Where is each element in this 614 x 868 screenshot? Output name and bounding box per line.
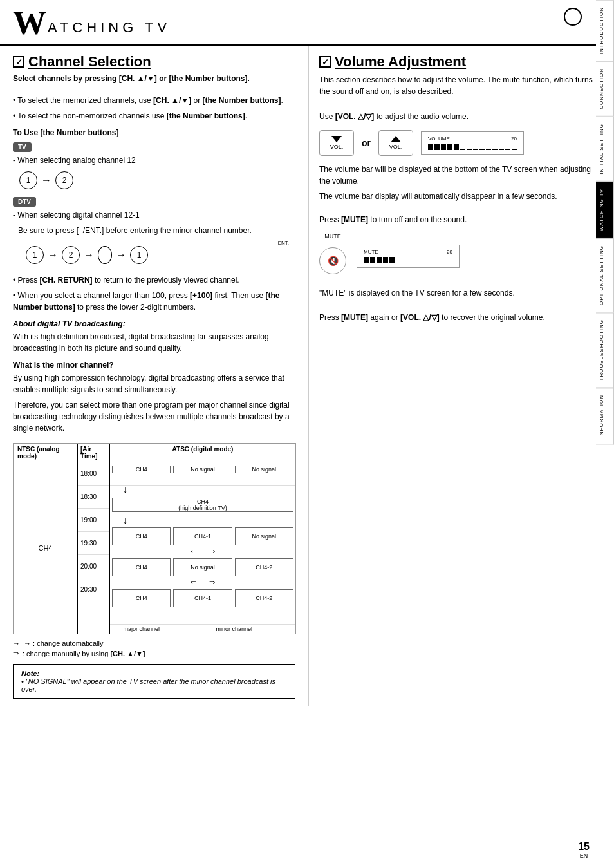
note-box: Note: • "NO SIGNAL" will appear on the T… [13, 664, 295, 699]
mute-bar-container: MUTE 20 [357, 245, 460, 268]
atsc-r1-c2: No signal [173, 466, 232, 473]
bullet-memorized: • To select the memorized channels, use … [13, 95, 295, 106]
atsc-r4: CH4 No signal CH4-2 [110, 555, 295, 578]
chart-atsc-header: ATSC (digital mode) [110, 444, 295, 462]
atsc-r2: CH4(high definition TV) [110, 493, 295, 516]
vol-checkbox-icon [319, 56, 331, 68]
bar-seg-2 [434, 144, 440, 150]
mute-btn-group: MUTE 🔇 [319, 233, 346, 279]
minor-channel-heading: What is the minor channel? [13, 361, 295, 370]
bar-seg-5 [454, 144, 459, 150]
bar-seg-12 [499, 144, 504, 150]
note-text: • "NO SIGNAL" will appear on the TV scre… [21, 677, 275, 693]
main-content: Channel Selection Select channels by pre… [0, 46, 614, 706]
mute-bar-seg-12 [434, 257, 440, 263]
atsc-r3-c3: No signal [235, 527, 293, 545]
side-tab-watching-tv[interactable]: WATCHING TV [596, 182, 614, 238]
legend-auto-text: → : change automatically [24, 639, 104, 647]
header-title: ATCHING TV [48, 19, 171, 40]
ent-label: ENT. [19, 240, 295, 246]
vol-bar-container: VOLUME 20 [421, 131, 524, 155]
mute-bar-seg-1 [364, 257, 369, 263]
digital-note: Be sure to press [–/ENT.] before enterin… [18, 225, 295, 236]
dtv-badge: DTV [13, 197, 36, 207]
bar-seg-9 [479, 144, 485, 150]
btn-2: 2 [55, 171, 73, 189]
vol-bar-volume-label: VOLUME [428, 136, 450, 142]
header-w-letter: W [13, 6, 46, 40]
plus100-bullet: • When you select a channel larger than … [13, 290, 295, 313]
btn-dash: – [98, 246, 112, 264]
side-tab-optional-setting[interactable]: OPTIONAL SETTING [596, 238, 614, 312]
chart-wrapper: NTSC (analog mode) [Air Time] ATSC (digi… [13, 443, 296, 634]
tv-badge: TV [13, 142, 32, 152]
right-column: Volume Adjustment This section describes… [309, 46, 614, 706]
analog-channel-text: - When selecting analog channel 12 [13, 155, 295, 166]
bar-seg-11 [492, 144, 498, 150]
vol-use-text: Use [VOL. △/▽] to adjust the audio volum… [319, 111, 601, 122]
page-number-area: 15 EN [578, 841, 590, 859]
atsc-r5-c3: CH4-2 [235, 589, 293, 607]
atsc-r3-c1: CH4 [112, 527, 171, 545]
air-time-2: 19:00 [78, 509, 109, 532]
air-time-4: 20:00 [78, 555, 109, 578]
mute-bar-seg-10 [422, 257, 427, 263]
page-header: W ATCHING TV [0, 0, 614, 46]
mute-press-text: Press [MUTE] to turn off and on the soun… [319, 214, 601, 225]
chart-ntsc-header: NTSC (analog mode) [14, 444, 78, 462]
digital-channel-text: - When selecting digital channel 12-1 [13, 209, 295, 221]
side-tab-connection[interactable]: CONNECTION [596, 61, 614, 117]
btn-1: 1 [19, 171, 37, 189]
chart-legend: → → : change automatically ⇒ : change ma… [13, 639, 295, 657]
vol-down-triangle [331, 136, 342, 142]
mute-bar-seg-3 [377, 257, 382, 263]
atsc-r1-c3: No signal [235, 466, 293, 473]
arrow-d2: → [84, 249, 94, 261]
arrow-d1: → [48, 249, 58, 261]
bullet-nonmemorized: • To select the non-memorized channels u… [13, 110, 295, 122]
chart-bottom-labels: major channel minor channel [110, 625, 295, 634]
side-tab-initial-setting[interactable]: INITIAL SETTING [596, 117, 614, 182]
atsc-r5-c1: CH4 [112, 589, 171, 607]
mute-bar-seg-14 [447, 257, 452, 263]
mute-bar-header: MUTE 20 [364, 249, 452, 255]
vol-bullet2: The volume bar display will automaticall… [319, 191, 601, 202]
channel-chart: NTSC (analog mode) [Air Time] ATSC (digi… [13, 443, 295, 699]
side-tab-information[interactable]: INFORMATION [596, 388, 614, 444]
legend-auto-arrow: → [13, 639, 20, 647]
mute-bar-seg-8 [409, 257, 414, 263]
arrow-d3: → [116, 249, 126, 261]
chart-air-header: [Air Time] [78, 444, 110, 462]
arrow-1: → [41, 175, 51, 186]
number-buttons-heading: To Use [the Number buttons] [13, 128, 295, 137]
chart-atsc-col: CH4 No signal No signal ↓ CH4(high defin… [110, 462, 295, 634]
btn-d1: 1 [26, 246, 44, 264]
atsc-r5-c2: CH4-1 [173, 589, 232, 607]
atsc-r3-c2: CH4-1 [173, 527, 232, 545]
chart-air-col: 18:00 18:30 19:00 19:30 20:00 20:30 [78, 462, 110, 634]
mute-bar-seg-6 [396, 257, 401, 263]
vol-down-btn: VOL. [319, 130, 354, 156]
air-time-3: 19:30 [78, 532, 109, 555]
or-text: or [362, 138, 371, 148]
air-time-1: 18:30 [78, 486, 109, 509]
minor-channel-label: minor channel [174, 626, 294, 632]
page-lang: EN [578, 853, 590, 859]
atsc-r4-c3: CH4-2 [235, 558, 293, 576]
vol-up-btn: VOL. [378, 130, 413, 156]
atsc-r2-merged: CH4(high definition TV) [112, 498, 293, 512]
arrows-lr-2: ⇐⇒ [110, 578, 295, 586]
bar-seg-3 [441, 144, 446, 150]
bar-seg-14 [512, 144, 517, 150]
side-tab-troubleshooting[interactable]: TROUBLESHOOTING [596, 312, 614, 388]
bar-seg-1 [428, 144, 433, 150]
mute-bar-seg-4 [383, 257, 388, 263]
about-dtv-text: With its high definition broadcast, digi… [13, 331, 295, 354]
mute-bars [364, 257, 452, 263]
btn-d2: 2 [62, 246, 80, 264]
atsc-r5: CH4 CH4-1 CH4-2 [110, 586, 295, 609]
side-tab-introduction[interactable]: INTRODUCTION [596, 0, 614, 61]
recover-text: Press [MUTE] again or [VOL. △/▽] to reco… [319, 312, 601, 323]
page-number: 15 [578, 841, 590, 853]
left-column: Channel Selection Select channels by pre… [0, 46, 309, 706]
